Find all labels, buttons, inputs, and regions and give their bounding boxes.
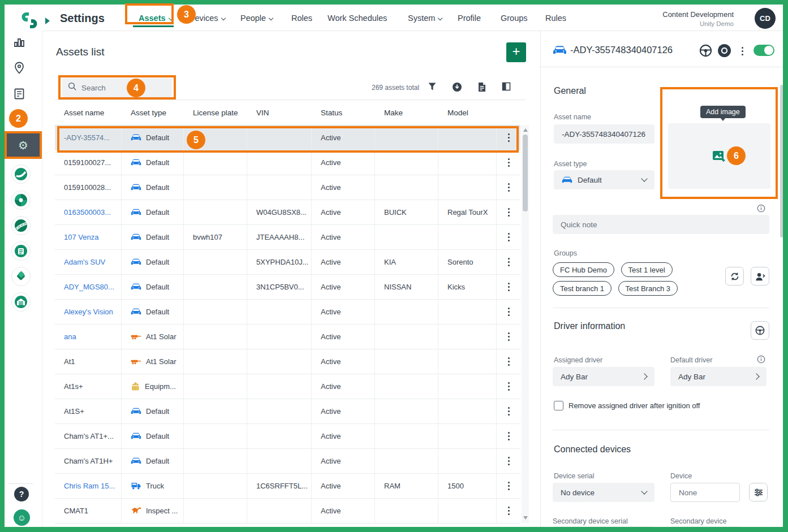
column-header[interactable]: Asset name bbox=[55, 109, 122, 117]
table-row[interactable]: At1At1 SolarActive bbox=[55, 349, 520, 374]
group-chip[interactable]: Test Branch 3 bbox=[618, 281, 678, 296]
app-tachograph-icon[interactable] bbox=[11, 241, 31, 261]
sync-groups-button[interactable] bbox=[725, 267, 744, 286]
search-box[interactable] bbox=[62, 78, 172, 97]
asset-name-cell[interactable]: 0159100028... bbox=[55, 175, 122, 200]
bar-chart-icon[interactable] bbox=[0, 35, 38, 49]
brand-logo-icon[interactable] bbox=[19, 11, 40, 32]
panel-menu-button[interactable] bbox=[742, 45, 743, 49]
table-row[interactable]: Cham's AT1H+DefaultActive bbox=[55, 449, 520, 474]
row-menu-button[interactable] bbox=[497, 399, 520, 423]
info-icon[interactable] bbox=[757, 355, 765, 366]
tab-profile[interactable]: Profile bbox=[458, 14, 481, 23]
asset-active-toggle[interactable] bbox=[753, 45, 774, 56]
asset-name-cell[interactable]: CMAT1 bbox=[55, 499, 122, 523]
table-row[interactable]: CMAT1Inspect ...Active bbox=[55, 499, 520, 524]
row-menu-button[interactable] bbox=[497, 374, 520, 399]
row-menu-button[interactable] bbox=[497, 349, 520, 374]
asset-name-input[interactable] bbox=[562, 130, 647, 139]
app-swoosh-icon[interactable] bbox=[11, 165, 31, 184]
asset-name-cell[interactable]: Cham's AT1H+ bbox=[55, 449, 122, 473]
sidebar-item-settings[interactable]: ⚙ bbox=[7, 133, 40, 157]
row-menu-button[interactable] bbox=[497, 175, 520, 200]
table-row[interactable]: Cham's AT1+...DefaultActive bbox=[55, 424, 520, 449]
tab-system[interactable]: System bbox=[408, 14, 442, 23]
device-settings-button[interactable] bbox=[749, 483, 768, 501]
row-menu-button[interactable] bbox=[497, 474, 520, 498]
column-header[interactable]: VIN bbox=[247, 109, 312, 117]
tab-groups[interactable]: Groups bbox=[501, 14, 528, 23]
table-row[interactable]: At1s+Equipm...Active bbox=[55, 374, 520, 399]
assigned-driver-field[interactable]: Ady Bar bbox=[553, 367, 654, 386]
row-menu-button[interactable] bbox=[497, 325, 520, 349]
device-serial-select[interactable]: No device bbox=[553, 483, 654, 502]
avatar[interactable]: CD bbox=[755, 8, 776, 29]
table-scrollbar-thumb[interactable] bbox=[523, 135, 528, 211]
table-row[interactable]: At1S+DefaultActive bbox=[55, 399, 520, 424]
row-menu-button[interactable] bbox=[497, 275, 520, 299]
assign-person-button[interactable] bbox=[751, 267, 769, 286]
sidebar-expand-icon[interactable] bbox=[45, 18, 50, 24]
asset-name-cell[interactable]: Alexey's Vision bbox=[55, 300, 122, 324]
device-input[interactable] bbox=[679, 488, 731, 497]
quick-note-input[interactable] bbox=[561, 220, 761, 229]
table-row[interactable]: Chris Ram 15...Truck1C6SRFFT5L...ActiveR… bbox=[55, 474, 520, 499]
location-track-icon[interactable] bbox=[718, 44, 731, 57]
columns-icon[interactable] bbox=[502, 82, 511, 93]
steering-wheel-icon[interactable] bbox=[699, 44, 712, 57]
report-document-icon[interactable] bbox=[0, 87, 38, 101]
scroll-up-icon[interactable] bbox=[523, 128, 528, 132]
feedback-button[interactable]: ☺ bbox=[14, 509, 30, 526]
column-header[interactable]: Status bbox=[312, 109, 375, 117]
location-pin-icon[interactable] bbox=[0, 61, 38, 75]
group-chip[interactable]: Test 1 level bbox=[621, 262, 673, 277]
asset-name-cell[interactable]: At1S+ bbox=[55, 399, 122, 423]
app-pinwheel-icon[interactable] bbox=[11, 191, 31, 210]
table-row[interactable]: 0159100028...DefaultActive bbox=[55, 175, 520, 200]
tab-people[interactable]: People bbox=[240, 14, 273, 23]
app-maintenance-icon[interactable] bbox=[11, 267, 31, 286]
asset-name-cell[interactable]: ana bbox=[55, 325, 122, 349]
table-row[interactable]: 0159100027...DefaultActive bbox=[55, 150, 520, 175]
filter-icon[interactable] bbox=[428, 82, 437, 93]
column-header[interactable]: Make bbox=[375, 109, 438, 117]
row-menu-button[interactable] bbox=[497, 250, 520, 274]
asset-name-cell[interactable]: ADY_MGS80... bbox=[55, 275, 122, 299]
table-row[interactable]: anaAt1 SolarActive bbox=[55, 325, 520, 349]
app-road-icon[interactable] bbox=[11, 216, 31, 235]
tab-work-schedules[interactable]: Work Schedules bbox=[328, 14, 387, 23]
download-icon[interactable] bbox=[452, 82, 462, 94]
add-image-icon[interactable] bbox=[712, 150, 726, 165]
asset-name-cell[interactable]: Cham's AT1+... bbox=[55, 424, 122, 448]
group-chip[interactable]: FC Hub Demo bbox=[553, 262, 614, 277]
row-menu-button[interactable] bbox=[497, 300, 520, 324]
table-row[interactable]: -ADY-35574...DefaultActive bbox=[55, 126, 520, 150]
tab-roles[interactable]: Roles bbox=[291, 14, 312, 23]
column-header[interactable]: License plate bbox=[184, 109, 247, 117]
asset-name-cell[interactable]: Chris Ram 15... bbox=[55, 474, 122, 498]
table-row[interactable]: 107 VenzaDefaultbvwh107JTEAAAAH8...Activ… bbox=[55, 225, 520, 250]
default-driver-field[interactable]: Ady Bar bbox=[670, 367, 767, 386]
table-row[interactable]: ADY_MGS80...Default3N1CP5BV0...ActiveNIS… bbox=[55, 275, 520, 300]
asset-name-cell[interactable]: -ADY-35574... bbox=[55, 126, 122, 150]
table-row[interactable]: Alexey's VisionDefaultActive bbox=[55, 300, 520, 325]
info-icon[interactable] bbox=[757, 204, 765, 215]
asset-name-cell[interactable]: Adam's SUV bbox=[55, 250, 122, 274]
scroll-down-icon[interactable] bbox=[523, 516, 528, 520]
table-row[interactable]: Adam's SUVDefault5XYPHDA10J...ActiveKIAS… bbox=[55, 250, 520, 275]
row-menu-button[interactable] bbox=[497, 126, 520, 150]
asset-name-field[interactable] bbox=[554, 124, 654, 144]
export-report-icon[interactable] bbox=[477, 82, 486, 94]
app-garage-icon[interactable] bbox=[11, 292, 31, 312]
row-menu-button[interactable] bbox=[497, 200, 520, 224]
asset-name-cell[interactable]: 107 Venza bbox=[55, 225, 122, 249]
asset-name-cell[interactable]: At1s+ bbox=[55, 374, 122, 399]
row-menu-button[interactable] bbox=[497, 499, 520, 523]
help-button[interactable]: ? bbox=[14, 487, 29, 501]
asset-name-cell[interactable]: 0159100027... bbox=[55, 150, 122, 175]
row-menu-button[interactable] bbox=[497, 449, 520, 473]
quick-note-field[interactable] bbox=[553, 215, 769, 234]
column-header[interactable]: Asset type bbox=[122, 109, 184, 117]
remove-driver-checkbox[interactable] bbox=[554, 401, 563, 410]
asset-name-cell[interactable]: 0163500003... bbox=[55, 200, 122, 224]
